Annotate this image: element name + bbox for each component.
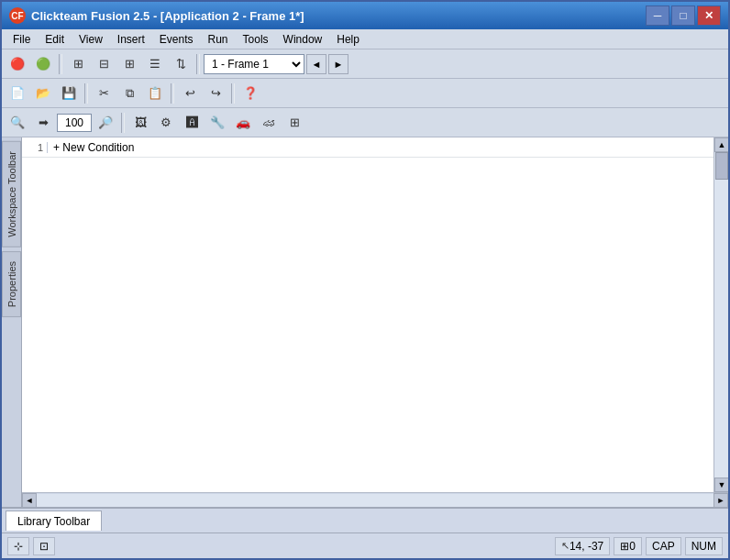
- cursor-pos-icon: ↖: [561, 540, 570, 552]
- scroll-up-button[interactable]: ▲: [714, 137, 728, 152]
- undo-icon: ↩: [185, 86, 195, 100]
- btn-tb4[interactable]: ☰: [143, 53, 167, 75]
- arrow-icon: ➡: [39, 115, 49, 129]
- app-window: CF Clickteam Fusion 2.5 - [Application 2…: [0, 0, 730, 560]
- num-indicator: NUM: [691, 540, 716, 553]
- save-icon: 💾: [61, 86, 76, 100]
- btn3-zoom[interactable]: 🔎: [94, 112, 117, 134]
- menu-events[interactable]: Events: [152, 31, 201, 48]
- scroll-right-button[interactable]: ►: [713, 493, 728, 508]
- btn3-arrow[interactable]: ➡: [31, 112, 55, 134]
- btn-open[interactable]: 🟢: [31, 53, 55, 75]
- title-controls: ─ □ ✕: [646, 5, 721, 26]
- btn3-obj3[interactable]: 🅰: [180, 112, 204, 134]
- new-icon: 🔴: [10, 57, 25, 71]
- editor-wrapper: Workspace Toolbar Properties 1 + New Con…: [2, 137, 728, 507]
- btn3-obj4[interactable]: 🔧: [205, 112, 229, 134]
- menu-edit[interactable]: Edit: [38, 31, 72, 48]
- redo-icon: ↪: [211, 86, 221, 100]
- row-number: 1: [22, 142, 48, 153]
- toolbar2: 📄 📂 💾 ✂ ⧉ 📋 ↩ ↪ ❓: [2, 79, 728, 108]
- minimize-button[interactable]: ─: [646, 5, 669, 26]
- btn3-obj5[interactable]: 🚗: [231, 112, 255, 134]
- library-toolbar-tab[interactable]: Library Toolbar: [6, 511, 102, 531]
- btn3-obj6[interactable]: 🏎: [257, 112, 281, 134]
- row-content[interactable]: + New Condition: [48, 141, 134, 154]
- btn2-help[interactable]: ❓: [238, 82, 262, 104]
- btn-new[interactable]: 🔴: [6, 53, 29, 75]
- properties-tab[interactable]: Properties: [2, 251, 21, 317]
- scroll-thumb[interactable]: [715, 152, 728, 180]
- zoom-input[interactable]: [57, 114, 92, 132]
- btn2-open[interactable]: 📂: [31, 82, 55, 104]
- status-cursor-icon: ⊹: [7, 537, 29, 555]
- close-button[interactable]: ✕: [697, 5, 721, 26]
- btn3-obj1[interactable]: 🖼: [128, 112, 152, 134]
- status-cursor-pos: ↖ 14, -37: [555, 537, 610, 555]
- left-panel: Workspace Toolbar Properties: [2, 137, 22, 507]
- workspace: Workspace Toolbar Properties 1 + New Con…: [2, 137, 728, 533]
- workspace-toolbar-tab[interactable]: Workspace Toolbar: [2, 141, 21, 247]
- scroll-track: [714, 152, 728, 478]
- object2-icon: ⚙: [160, 115, 171, 129]
- btn2-save[interactable]: 💾: [57, 82, 81, 104]
- object5-icon: 🚗: [236, 115, 250, 129]
- bottom-tabs: Library Toolbar: [2, 507, 728, 533]
- btn-tb1[interactable]: ⊞: [66, 53, 90, 75]
- maximize-button[interactable]: □: [671, 5, 695, 26]
- btn2-redo[interactable]: ↪: [204, 82, 227, 104]
- cursor-position: 14, -37: [570, 540, 603, 553]
- cut-icon: ✂: [99, 86, 109, 100]
- cursor-icon: ⊹: [14, 540, 23, 553]
- btn-tb5[interactable]: ⇅: [169, 53, 193, 75]
- new-doc-icon: 📄: [10, 86, 25, 100]
- scroll-left-button[interactable]: ◄: [22, 493, 37, 508]
- btn3-obj2[interactable]: ⚙: [154, 112, 178, 134]
- btn2-undo[interactable]: ↩: [178, 82, 202, 104]
- status-count: ⊞ 0: [614, 537, 642, 555]
- event-editor: 1 + New Condition ▲ ▼: [22, 137, 728, 492]
- count-icon: ⊞: [620, 540, 629, 553]
- sep5: [231, 83, 235, 104]
- btn2-new[interactable]: 📄: [6, 82, 29, 104]
- paste-icon: 📋: [148, 86, 162, 100]
- frame-prev-button[interactable]: ◄: [306, 54, 326, 74]
- table-row: 1 + New Condition: [22, 137, 713, 158]
- scroll-down-button[interactable]: ▼: [714, 478, 728, 492]
- btn-tb3[interactable]: ⊞: [117, 53, 141, 75]
- object7-icon: ⊞: [290, 115, 300, 129]
- frame-dropdown[interactable]: 1 - Frame 1: [204, 54, 304, 74]
- app-icon: CF: [9, 7, 26, 24]
- folder-icon: 📂: [36, 86, 50, 100]
- object-count: 0: [629, 540, 636, 553]
- sep2: [196, 54, 200, 74]
- menu-tools[interactable]: Tools: [236, 31, 276, 48]
- menu-help[interactable]: Help: [329, 31, 367, 48]
- object6-icon: 🏎: [263, 115, 275, 129]
- horizontal-scrollbar: ◄ ►: [22, 492, 728, 507]
- btn2-copy[interactable]: ⧉: [117, 82, 141, 104]
- h-scroll-track: [37, 494, 713, 507]
- btn3-obj7[interactable]: ⊞: [282, 112, 306, 134]
- window-title: Clickteam Fusion 2.5 - [Application 2 - …: [31, 9, 646, 23]
- toolbar3: 🔍 ➡ 🔎 🖼 ⚙ 🅰 🔧 🚗 🏎 ⊞: [2, 108, 728, 137]
- btn2-paste[interactable]: 📋: [143, 82, 167, 104]
- sep6: [121, 113, 125, 133]
- frame-next-button[interactable]: ►: [328, 54, 348, 74]
- vertical-scrollbar: ▲ ▼: [713, 137, 728, 492]
- status-num: NUM: [685, 537, 723, 555]
- menu-bar: File Edit View Insert Events Run Tools W…: [2, 29, 728, 49]
- search-icon: 🔍: [10, 115, 25, 129]
- inner-wrapper: 1 + New Condition ▲ ▼ ◄: [22, 137, 728, 507]
- btn3-search[interactable]: 🔍: [6, 112, 29, 134]
- menu-view[interactable]: View: [72, 31, 110, 48]
- copy-icon: ⧉: [126, 86, 134, 101]
- menu-run[interactable]: Run: [201, 31, 236, 48]
- menu-window[interactable]: Window: [276, 31, 330, 48]
- btn2-cut[interactable]: ✂: [92, 82, 116, 104]
- menu-insert[interactable]: Insert: [110, 31, 152, 48]
- btn-tb2[interactable]: ⊟: [92, 53, 116, 75]
- open-icon: 🟢: [36, 57, 50, 71]
- zoom-icon: 🔎: [98, 115, 113, 129]
- menu-file[interactable]: File: [6, 31, 38, 48]
